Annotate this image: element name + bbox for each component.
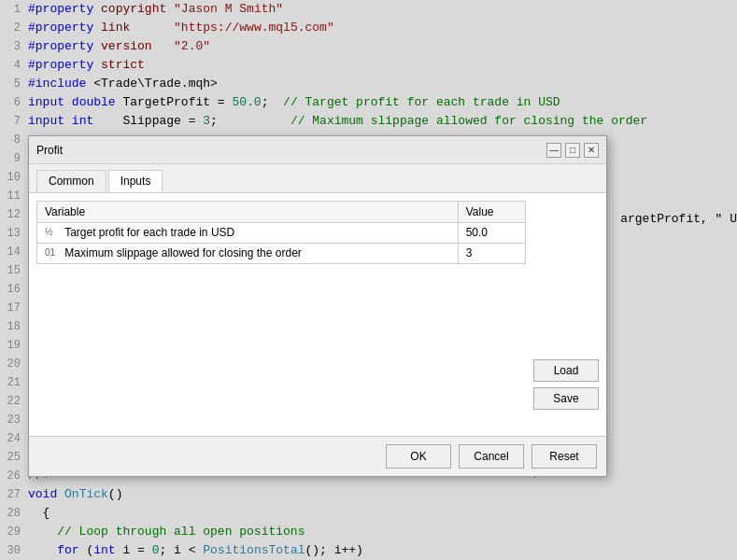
tab-inputs[interactable]: Inputs [108, 170, 163, 192]
table-row: 01 Maximum slippage allowed for closing … [37, 243, 526, 263]
col-variable: Variable [37, 202, 459, 223]
row2-value[interactable]: 3 [458, 243, 525, 263]
dialog-overlay: Profit — □ ✕ Common Inputs [0, 0, 737, 560]
dialog-titlebar: Profit — □ ✕ [29, 136, 606, 164]
titlebar-buttons: — □ ✕ [546, 143, 599, 158]
close-button[interactable]: ✕ [584, 143, 599, 158]
dialog-content: Variable Value ½ Target profit for each … [29, 193, 606, 436]
load-button[interactable]: Load [533, 359, 599, 382]
cancel-button[interactable]: Cancel [459, 444, 524, 469]
reset-button[interactable]: Reset [531, 444, 597, 469]
params-and-side: Variable Value ½ Target profit for each … [36, 201, 599, 413]
row1-value[interactable]: 50.0 [458, 223, 525, 244]
minimize-button[interactable]: — [546, 143, 561, 158]
dialog-title: Profit [36, 144, 63, 157]
tab-common[interactable]: Common [36, 170, 106, 192]
content-spacer [36, 264, 526, 413]
dialog-tabs: Common Inputs [29, 164, 606, 193]
ok-button[interactable]: OK [386, 444, 451, 469]
dialog-footer: OK Cancel Reset [29, 436, 606, 476]
col-value: Value [458, 202, 525, 223]
row2-variable: 01 Maximum slippage allowed for closing … [37, 243, 459, 263]
row1-icon: ½ [45, 227, 58, 240]
row1-variable: ½ Target profit for each trade in USD [37, 223, 459, 244]
maximize-button[interactable]: □ [565, 143, 580, 158]
params-table: Variable Value ½ Target profit for each … [36, 201, 526, 264]
row2-icon: 01 [45, 247, 58, 260]
table-row: ½ Target profit for each trade in USD 50… [37, 223, 526, 244]
side-buttons: Load Save [533, 201, 599, 413]
profit-dialog: Profit — □ ✕ Common Inputs [28, 135, 607, 477]
save-button[interactable]: Save [533, 387, 599, 410]
params-wrapper: Variable Value ½ Target profit for each … [36, 201, 526, 413]
